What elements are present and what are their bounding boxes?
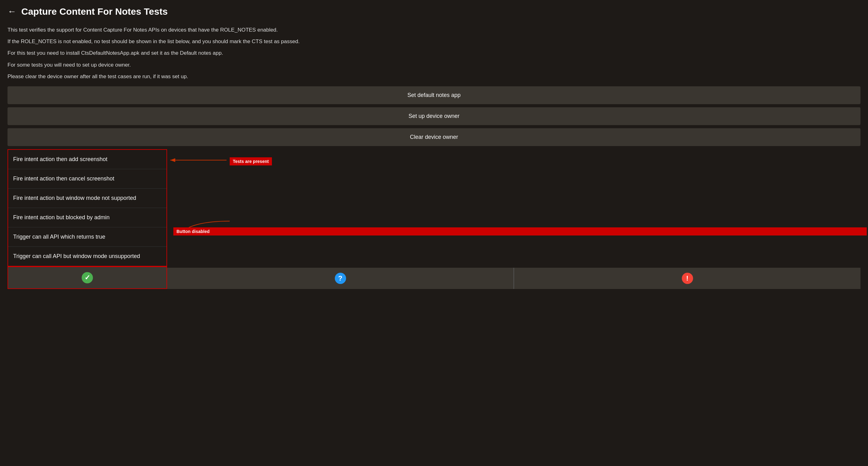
back-button[interactable]: ← — [7, 7, 16, 16]
list-item[interactable]: Fire intent action but window mode not s… — [8, 189, 166, 208]
set-up-device-owner-row: Set up device owner — [7, 107, 861, 125]
page-title: Capture Content For Notes Tests — [21, 6, 168, 17]
list-item[interactable]: Trigger can all API which returns true — [8, 227, 166, 247]
description-3: For this test you need to install CtsDef… — [7, 49, 861, 57]
button-disabled-annotation: Button disabled — [167, 227, 861, 235]
header: ← Capture Content For Notes Tests — [7, 6, 861, 17]
pass-icon: ✓ — [82, 272, 93, 284]
left-panel: Fire intent action then add screenshot F… — [7, 149, 167, 289]
test-list: Fire intent action then add screenshot F… — [7, 149, 167, 266]
help-button[interactable]: ? — [167, 268, 514, 289]
pass-button[interactable]: ✓ — [7, 266, 167, 289]
fail-icon: ! — [682, 273, 693, 284]
help-icon: ? — [335, 273, 346, 284]
list-item[interactable]: Fire intent action but blocked by admin — [8, 208, 166, 227]
set-up-device-owner-button[interactable]: Set up device owner — [7, 107, 861, 125]
set-default-notes-row: Set default notes app — [7, 86, 861, 104]
clear-device-owner-button[interactable]: Clear device owner — [7, 128, 861, 146]
tests-present-annotation: Tests are present — [167, 152, 861, 171]
button-disabled-badge: Button disabled — [173, 227, 867, 235]
set-default-notes-button[interactable]: Set default notes app — [7, 86, 861, 104]
list-item[interactable]: Trigger can call API but window mode uns… — [8, 247, 166, 266]
right-panel: Tests are present Button disabled — [167, 149, 861, 289]
clear-device-owner-row: Clear device owner — [7, 128, 861, 146]
description-5: Please clear the device owner after all … — [7, 72, 861, 81]
description-2: If the ROLE_NOTES is not enabled, no tes… — [7, 37, 861, 46]
description-4: For some tests you will need to set up d… — [7, 61, 861, 69]
page-container: ← Capture Content For Notes Tests This t… — [0, 0, 868, 289]
bottom-right-buttons: ? ! — [167, 268, 861, 289]
annotation-spacer: Button disabled — [167, 171, 861, 268]
tests-arrow-svg — [167, 156, 230, 165]
list-item[interactable]: Fire intent action then add screenshot — [8, 150, 166, 169]
tests-present-badge: Tests are present — [230, 157, 272, 165]
description-1: This test verifies the support for Conte… — [7, 26, 861, 34]
fail-button[interactable]: ! — [514, 268, 861, 289]
list-item[interactable]: Fire intent action then cancel screensho… — [8, 169, 166, 189]
bottom-section: Fire intent action then add screenshot F… — [7, 149, 861, 289]
